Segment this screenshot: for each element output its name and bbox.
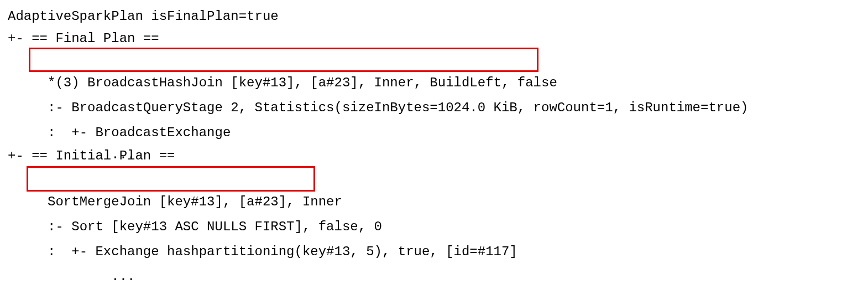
plan-line-header: AdaptiveSparkPlan isFinalPlan=true — [8, 6, 279, 28]
plan-line-ellipsis-2: ... — [8, 244, 135, 288]
plan-line-initial-plan: +- == Initial Plan == — [8, 145, 175, 167]
plan-line-final-plan: +- == Final Plan == — [8, 28, 159, 50]
tree-prefix — [24, 269, 48, 284]
plan-text: ... — [48, 269, 135, 284]
